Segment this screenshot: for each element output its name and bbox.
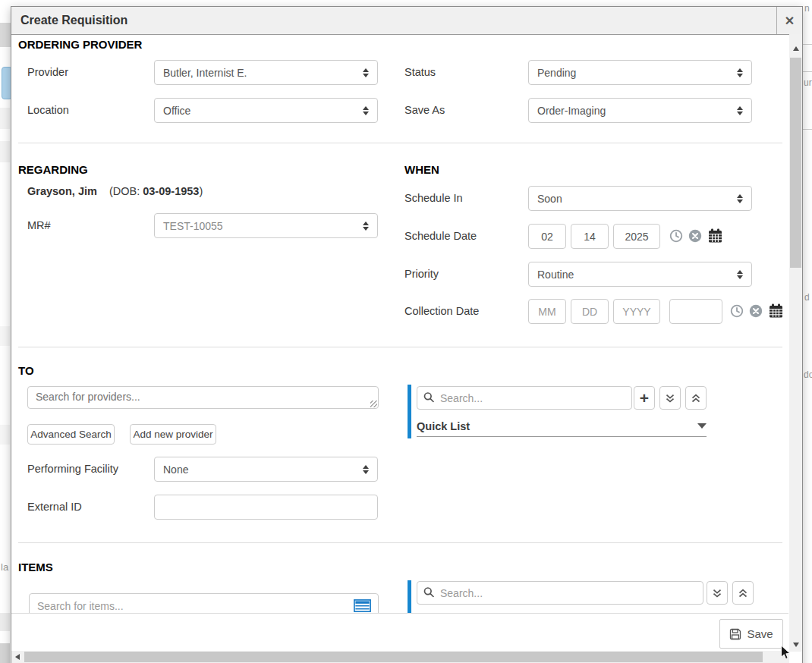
status-select-value: Pending (537, 67, 576, 79)
schedule-date-calendar-icon[interactable] (708, 228, 722, 243)
vertical-scrollbar[interactable] (789, 34, 802, 652)
items-collapse-all-button[interactable] (732, 581, 754, 605)
background-text-fragment: d (804, 292, 810, 303)
external-id-input[interactable] (154, 495, 378, 520)
background-line (803, 44, 812, 45)
section-divider (18, 542, 782, 543)
background-row (0, 108, 10, 129)
schedule-in-label: Schedule In (404, 192, 463, 204)
collection-date-label: Collection Date (404, 305, 479, 317)
expand-all-button[interactable] (659, 386, 681, 410)
status-select[interactable]: Pending (528, 60, 752, 85)
horizontal-scrollbar-thumb[interactable] (24, 652, 763, 662)
add-new-provider-button[interactable]: Add new provider (130, 424, 216, 445)
performing-facility-select[interactable]: None (154, 457, 378, 482)
schedule-month-input[interactable] (528, 224, 566, 249)
patient-name: Grayson, Jim (27, 185, 97, 197)
regarding-heading: REGARDING (18, 163, 88, 176)
vertical-scrollbar-thumb[interactable] (790, 58, 801, 268)
chevron-double-down-icon (665, 393, 675, 404)
item-quicklist-search-input[interactable] (417, 581, 703, 605)
collapse-all-button[interactable] (685, 386, 707, 410)
performing-facility-label: Performing Facility (27, 463, 118, 475)
advanced-search-button[interactable]: Advanced Search (27, 424, 115, 445)
section-divider (18, 347, 782, 347)
collection-date-clear-icon[interactable] (749, 304, 763, 318)
location-select-value: Office (163, 105, 190, 117)
chevron-double-up-icon (738, 588, 748, 599)
section-divider (18, 143, 782, 143)
provider-select[interactable]: Butler, Internist E. (154, 60, 378, 85)
priority-label: Priority (404, 268, 439, 280)
collection-time-clock-icon[interactable] (730, 304, 744, 318)
schedule-in-select[interactable]: Soon (528, 186, 752, 211)
chevron-down-icon (697, 423, 707, 429)
item-table-picker-icon[interactable] (354, 599, 371, 612)
scroll-up-arrow[interactable] (789, 42, 802, 55)
to-heading: TO (18, 364, 34, 377)
dob-value: 03-09-1953 (143, 185, 199, 197)
background-block (0, 613, 10, 631)
horizontal-scrollbar[interactable] (11, 651, 789, 663)
schedule-in-select-value: Soon (537, 193, 562, 205)
save-as-select-value: Order-Imaging (537, 105, 606, 117)
search-icon (423, 586, 434, 599)
background-line (803, 129, 812, 130)
provider-search-input[interactable] (27, 386, 379, 409)
dob-suffix: ) (199, 185, 203, 197)
mr-select[interactable]: TEST-10055 (154, 213, 378, 238)
performing-facility-select-value: None (163, 463, 188, 476)
collection-year-input[interactable] (613, 299, 660, 324)
save-as-select[interactable]: Order-Imaging (528, 98, 752, 123)
external-id-label: External ID (27, 501, 82, 513)
items-expand-all-button[interactable] (707, 581, 728, 605)
background-text-fragment: la (1, 561, 8, 573)
chevron-double-down-icon (712, 588, 722, 599)
schedule-day-input[interactable] (571, 224, 609, 249)
status-label: Status (404, 66, 436, 78)
items-heading: ITEMS (18, 561, 53, 573)
ordering-provider-heading: ORDERING PROVIDER (18, 38, 142, 51)
priority-select[interactable]: Routine (528, 262, 752, 287)
close-icon[interactable]: ✕ (776, 7, 802, 34)
collection-time-input[interactable] (669, 299, 722, 324)
select-caret-icon (363, 465, 369, 474)
select-caret-icon (737, 194, 743, 203)
floppy-disk-icon (729, 628, 741, 640)
collection-date-calendar-icon[interactable] (769, 303, 783, 318)
priority-select-value: Routine (537, 269, 574, 281)
location-label: Location (27, 104, 69, 116)
background-block (0, 23, 11, 47)
collection-day-input[interactable] (571, 299, 609, 324)
background-row (0, 141, 10, 162)
provider-label: Provider (27, 66, 68, 78)
scroll-down-arrow[interactable] (789, 638, 802, 651)
background-block (0, 643, 10, 663)
schedule-year-input[interactable] (613, 224, 660, 249)
scroll-left-arrow[interactable] (11, 651, 24, 663)
add-provider-quick-button[interactable]: + (634, 386, 655, 410)
select-caret-icon (363, 106, 369, 115)
when-heading: WHEN (404, 163, 439, 176)
collection-month-input[interactable] (528, 299, 566, 324)
schedule-date-clear-icon[interactable] (688, 229, 702, 243)
quick-list-header[interactable]: Quick List (417, 416, 707, 437)
save-button[interactable]: Save (719, 619, 783, 649)
select-caret-icon (737, 270, 743, 279)
schedule-date-label: Schedule Date (404, 230, 477, 242)
provider-quicklist-search-input[interactable] (417, 386, 632, 410)
select-caret-icon (363, 222, 369, 231)
provider-quicklist-search (417, 386, 632, 410)
chevron-double-up-icon (691, 393, 701, 404)
items-accent-bar (408, 580, 411, 613)
item-search-input[interactable] (29, 593, 379, 613)
provider-search-wrap (27, 386, 379, 409)
location-select[interactable]: Office (154, 98, 378, 123)
schedule-time-clock-icon[interactable] (669, 229, 683, 243)
background-line (803, 71, 812, 72)
patient-line: Grayson, Jim (DOB: 03-09-1953) (27, 185, 203, 197)
background-text-fragment: ur (804, 77, 812, 88)
provider-select-value: Butler, Internist E. (163, 67, 247, 79)
background-row (0, 425, 10, 445)
dialog-body: ORDERING PROVIDER Provider Butler, Inter… (11, 35, 788, 613)
